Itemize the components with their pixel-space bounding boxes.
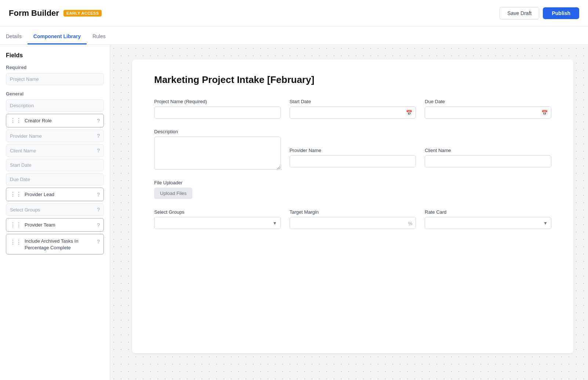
field-label-provider-name: Provider Name (10, 133, 95, 139)
input-provider-name[interactable] (290, 155, 416, 167)
input-target-margin[interactable] (290, 217, 416, 229)
form-field-description: Description (154, 129, 281, 170)
help-icon-client-name[interactable]: ? (97, 148, 100, 153)
label-project-name: Project Name (Required) (154, 99, 281, 104)
label-provider-name: Provider Name (290, 148, 416, 153)
calendar-icon-due: 📅 (541, 110, 548, 116)
tab-component-library[interactable]: Component Library (28, 26, 87, 44)
field-label-project-name: Project Name (10, 76, 100, 82)
input-due-date[interactable] (425, 106, 551, 119)
form-field-select-groups: Select Groups ▼ (154, 209, 281, 229)
form-row-4: Select Groups ▼ Target Margin % (154, 209, 551, 229)
general-group-label: General (6, 91, 104, 97)
drag-handle-provider-team[interactable]: ⋮⋮ (10, 221, 22, 228)
drag-handle-creator-role[interactable]: ⋮⋮ (10, 117, 22, 124)
input-start-date[interactable] (290, 106, 416, 119)
start-date-wrapper: 📅 (290, 106, 416, 119)
save-draft-button[interactable]: Save Draft (500, 7, 539, 19)
form-row-1: Project Name (Required) Start Date 📅 Due… (154, 99, 551, 119)
sidebar-item-include-archived[interactable]: ⋮⋮ Include Archived Tasks In Percentage … (6, 234, 104, 254)
help-icon-select-groups[interactable]: ? (97, 207, 100, 213)
drag-handle-include-archived[interactable]: ⋮⋮ (10, 239, 22, 246)
header: Form Builder Early Access Save Draft Pub… (0, 0, 588, 26)
label-file-uploader: File Uploader (154, 180, 551, 185)
input-client-name[interactable] (425, 155, 551, 167)
sidebar: Fields Required Project Name General Des… (0, 45, 110, 380)
label-client-name: Client Name (425, 148, 551, 153)
select-rate-card[interactable] (425, 217, 551, 229)
drag-handle-provider-lead[interactable]: ⋮⋮ (10, 191, 22, 198)
form-field-client-name: Client Name (425, 148, 551, 167)
sidebar-item-creator-role[interactable]: ⋮⋮ Creator Role ? (6, 114, 104, 127)
main-layout: Fields Required Project Name General Des… (0, 45, 588, 380)
field-label-due-date: Due Date (10, 177, 100, 182)
label-select-groups: Select Groups (154, 209, 281, 215)
app-title: Form Builder (9, 8, 59, 18)
form-field-file-uploader: File Uploader Upload Files (154, 180, 551, 199)
form-row-2: Description Provider Name Client Name (154, 129, 551, 170)
field-label-creator-role: Creator Role (25, 118, 95, 123)
sidebar-item-provider-team[interactable]: ⋮⋮ Provider Team ? (6, 218, 104, 232)
sidebar-item-provider-lead[interactable]: ⋮⋮ Provider Lead ? (6, 188, 104, 201)
help-icon-creator-role[interactable]: ? (97, 118, 100, 124)
due-date-wrapper: 📅 (425, 106, 551, 119)
sidebar-item-client-name[interactable]: Client Name ? (6, 144, 104, 157)
form-field-project-name: Project Name (Required) (154, 99, 281, 119)
percent-symbol: % (408, 220, 413, 226)
field-label-start-date: Start Date (10, 162, 100, 168)
fields-section-title: Fields (6, 52, 104, 59)
header-left: Form Builder Early Access (9, 8, 102, 18)
label-target-margin: Target Margin (290, 209, 416, 215)
publish-button[interactable]: Publish (543, 7, 579, 19)
input-project-name[interactable] (154, 106, 281, 119)
select-groups-wrapper: ▼ (154, 217, 281, 229)
label-rate-card: Rate Card (425, 209, 551, 215)
field-label-provider-team: Provider Team (25, 222, 95, 228)
field-label-select-groups: Select Groups (10, 207, 95, 213)
textarea-description[interactable] (154, 137, 281, 170)
sidebar-item-project-name[interactable]: Project Name (6, 73, 104, 85)
field-label-include-archived: Include Archived Tasks In Percentage Com… (25, 238, 95, 251)
help-icon-provider-name[interactable]: ? (97, 133, 100, 139)
help-icon-provider-team[interactable]: ? (97, 222, 100, 228)
tab-details[interactable]: Details (0, 26, 28, 44)
sidebar-item-description[interactable]: Description (6, 99, 104, 112)
form-canvas: Marketing Project Intake [February] Proj… (132, 59, 573, 353)
select-groups-input[interactable] (154, 217, 281, 229)
rate-card-wrapper: ▼ (425, 217, 551, 229)
label-start-date: Start Date (290, 99, 416, 104)
required-group-label: Required (6, 65, 104, 70)
sidebar-item-provider-name[interactable]: Provider Name ? (6, 130, 104, 142)
field-label-provider-lead: Provider Lead (25, 192, 95, 197)
header-actions: Save Draft Publish (500, 7, 579, 19)
canvas-area: Marketing Project Intake [February] Proj… (110, 45, 588, 380)
help-icon-include-archived[interactable]: ? (97, 239, 100, 245)
tabs-bar: Details Component Library Rules (0, 26, 588, 45)
sidebar-item-due-date[interactable]: Due Date (6, 173, 104, 185)
early-access-badge: Early Access (63, 10, 102, 17)
form-field-provider-name: Provider Name (290, 148, 416, 167)
form-field-start-date: Start Date 📅 (290, 99, 416, 119)
form-title: Marketing Project Intake [February] (154, 74, 551, 86)
calendar-icon-start: 📅 (406, 110, 412, 116)
field-label-client-name: Client Name (10, 148, 95, 153)
upload-files-button[interactable]: Upload Files (154, 188, 192, 199)
label-due-date: Due Date (425, 99, 551, 104)
form-field-rate-card: Rate Card ▼ (425, 209, 551, 229)
tab-rules[interactable]: Rules (87, 26, 112, 44)
sidebar-item-start-date[interactable]: Start Date (6, 159, 104, 171)
label-description: Description (154, 129, 281, 134)
help-icon-provider-lead[interactable]: ? (97, 192, 100, 198)
target-margin-wrapper: % (290, 217, 416, 229)
sidebar-item-select-groups[interactable]: Select Groups ? (6, 203, 104, 216)
form-field-due-date: Due Date 📅 (425, 99, 551, 119)
field-label-description: Description (10, 103, 100, 108)
form-field-target-margin: Target Margin % (290, 209, 416, 229)
